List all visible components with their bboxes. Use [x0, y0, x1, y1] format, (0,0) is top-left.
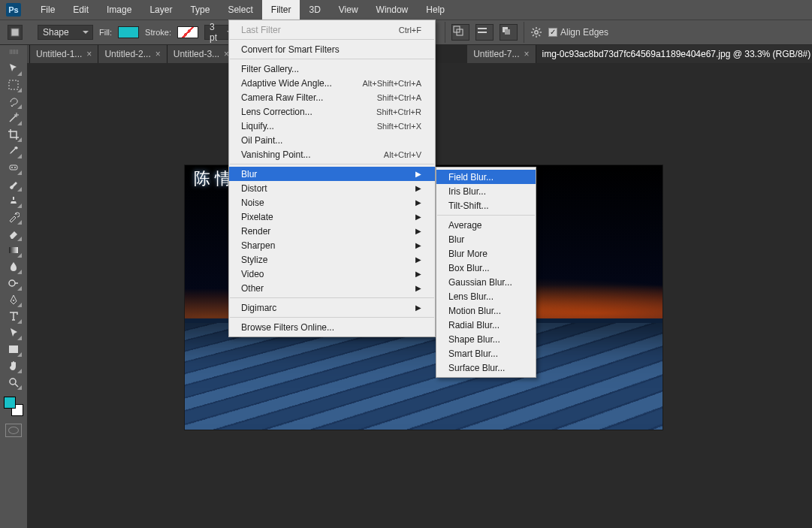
menu-item[interactable]: Digimarc▶ — [229, 300, 435, 315]
tool-preset-icon[interactable] — [8, 25, 23, 40]
healing-brush-tool[interactable] — [5, 159, 23, 176]
menu-item-label: Average — [448, 220, 481, 231]
close-icon[interactable]: × — [86, 49, 92, 59]
pen-tool[interactable] — [5, 291, 23, 308]
menu-file[interactable]: File — [32, 0, 64, 20]
blur-tool[interactable] — [5, 258, 23, 275]
type-tool[interactable] — [5, 308, 23, 324]
menu-item[interactable]: Surface Blur... — [436, 361, 536, 375]
menu-item[interactable]: Vanishing Point...Alt+Ctrl+V — [229, 147, 435, 161]
menu-view[interactable]: View — [330, 0, 367, 20]
crop-tool[interactable] — [5, 126, 23, 143]
menu-item-label: Video — [241, 269, 264, 279]
menu-item[interactable]: Liquify...Shift+Ctrl+X — [229, 119, 435, 133]
menu-item[interactable]: Noise▶ — [229, 195, 435, 210]
menu-item[interactable]: Adaptive Wide Angle...Alt+Shift+Ctrl+A — [229, 76, 435, 90]
menu-item[interactable]: Camera Raw Filter...Shift+Ctrl+A — [229, 90, 435, 104]
gear-icon[interactable] — [530, 26, 542, 38]
stroke-swatch[interactable] — [177, 26, 198, 38]
menu-item[interactable]: Motion Blur... — [436, 303, 536, 318]
brush-tool[interactable] — [5, 176, 23, 192]
menu-item[interactable]: Gaussian Blur... — [436, 275, 536, 289]
hand-tool[interactable] — [5, 358, 23, 374]
menu-item[interactable]: Blur▶ — [229, 167, 435, 181]
document-tab[interactable]: Untitled-7...× — [467, 45, 536, 63]
menu-filter[interactable]: Filter — [262, 0, 300, 20]
path-operations-icon[interactable] — [451, 24, 469, 41]
menu-item[interactable]: Sharpen▶ — [229, 238, 435, 252]
menu-item[interactable]: Radial Blur... — [436, 318, 536, 332]
menu-item[interactable]: Video▶ — [229, 267, 435, 281]
quick-mask-icon[interactable] — [5, 424, 22, 437]
dodge-tool[interactable] — [5, 275, 23, 291]
menu-item-label: Sharpen — [241, 240, 275, 251]
tab-label: Untitled-1... — [36, 49, 82, 59]
panel-grip-icon[interactable] — [1, 50, 26, 56]
svg-rect-4 — [478, 32, 487, 33]
path-alignment-icon[interactable] — [475, 24, 494, 41]
menu-item[interactable]: Smart Blur... — [436, 346, 536, 361]
menu-item[interactable]: Distort▶ — [229, 181, 435, 195]
menu-3d[interactable]: 3D — [300, 0, 329, 20]
menu-item-label: Oil Paint... — [241, 135, 282, 146]
document-tab[interactable]: Untitled-2...× — [98, 45, 167, 63]
eraser-tool[interactable] — [5, 225, 23, 242]
menu-window[interactable]: Window — [367, 0, 418, 20]
clone-stamp-tool[interactable] — [5, 192, 23, 209]
menu-item[interactable]: Browse Filters Online... — [229, 320, 435, 334]
foreground-background-colors[interactable] — [4, 397, 23, 416]
align-edges-checkbox[interactable]: ✓ Align Edges — [548, 27, 608, 38]
menu-image[interactable]: Image — [98, 0, 140, 20]
tab-label: Untitled-7... — [473, 49, 519, 59]
menu-item[interactable]: Other▶ — [229, 281, 435, 295]
menu-item[interactable]: Lens Blur... — [436, 289, 536, 303]
menu-item[interactable]: Blur — [436, 232, 536, 246]
history-brush-tool[interactable] — [5, 209, 23, 225]
submenu-arrow-icon: ▶ — [415, 213, 421, 221]
menu-item[interactable]: Blur More — [436, 246, 536, 261]
lasso-tool[interactable] — [5, 93, 23, 110]
menu-edit[interactable]: Edit — [64, 0, 98, 20]
menu-item[interactable]: Stylize▶ — [229, 252, 435, 267]
menu-item-label: Pixelate — [241, 212, 273, 222]
menu-item[interactable]: Filter Gallery... — [229, 62, 435, 76]
menu-item[interactable]: Tilt-Shift... — [436, 198, 536, 213]
document-tab[interactable]: img-0c93ac8bd73d7fc64569a1189e404e67.jpg… — [536, 45, 813, 63]
document-tab[interactable]: Untitled-1...× — [30, 45, 98, 63]
menu-item: Last FilterCtrl+F — [229, 23, 435, 37]
svg-point-25 — [10, 379, 16, 385]
menu-item-label: Camera Raw Filter... — [241, 92, 323, 103]
path-selection-tool[interactable] — [5, 324, 23, 341]
svg-rect-16 — [9, 80, 18, 89]
menu-layer[interactable]: Layer — [140, 0, 181, 20]
menu-item[interactable]: Shape Blur... — [436, 332, 536, 346]
marquee-tool[interactable] — [5, 77, 23, 93]
document-tab[interactable]: Untitled-3...× — [168, 45, 236, 63]
gradient-tool[interactable] — [5, 242, 23, 258]
menu-item[interactable]: Convert for Smart Filters — [229, 42, 435, 56]
tool-mode-dropdown[interactable]: Shape — [38, 25, 93, 40]
menu-type[interactable]: Type — [181, 0, 219, 20]
svg-point-19 — [11, 167, 13, 168]
menu-item[interactable]: Lens Correction...Shift+Ctrl+R — [229, 104, 435, 119]
menu-item[interactable]: Box Blur... — [436, 261, 536, 275]
submenu-arrow-icon: ▶ — [415, 170, 421, 178]
close-icon[interactable]: × — [524, 49, 529, 59]
close-icon[interactable]: × — [155, 49, 161, 59]
menu-help[interactable]: Help — [417, 0, 454, 20]
menu-item[interactable]: Average — [436, 218, 536, 232]
move-tool[interactable] — [5, 60, 23, 77]
menu-item[interactable]: Render▶ — [229, 224, 435, 238]
eyedropper-tool[interactable] — [5, 143, 23, 159]
menu-item-label: Digimarc — [241, 303, 276, 313]
path-arrangement-icon[interactable] — [500, 24, 518, 41]
menu-select[interactable]: Select — [219, 0, 261, 20]
menu-item[interactable]: Field Blur... — [436, 170, 536, 184]
fill-swatch[interactable] — [118, 26, 139, 38]
magic-wand-tool[interactable] — [5, 110, 23, 126]
zoom-tool[interactable] — [5, 374, 23, 391]
menu-item[interactable]: Pixelate▶ — [229, 210, 435, 224]
rectangle-tool[interactable] — [5, 341, 23, 358]
menu-item[interactable]: Iris Blur... — [436, 184, 536, 198]
menu-item[interactable]: Oil Paint... — [229, 133, 435, 147]
